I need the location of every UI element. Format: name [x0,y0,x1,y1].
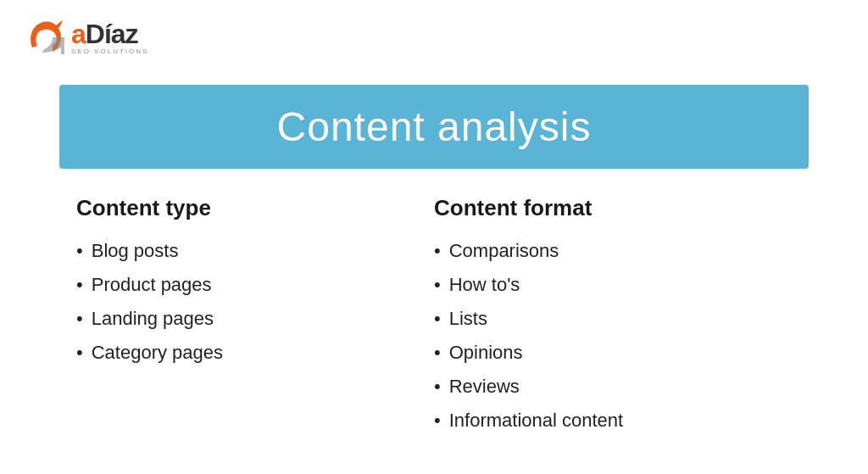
logo-sub: SEO SOLUTIONS [71,48,148,55]
column-header-content-format: Content format [434,195,792,221]
list-item: Product pages [76,274,434,296]
svg-point-0 [39,30,53,45]
bullet-list-content-format: ComparisonsHow to'sListsOpinionsReviewsI… [434,240,792,432]
list-item: Landing pages [76,308,434,330]
list-item: Reviews [434,376,792,398]
logo-icon [24,15,68,59]
list-item: Category pages [76,342,434,364]
list-item: Blog posts [76,240,434,262]
list-item: How to's [434,274,792,296]
list-item: Comparisons [434,240,792,262]
column-content-format: Content formatComparisonsHow to'sListsOp… [434,195,792,443]
logo-text: aDíaz SEO SOLUTIONS [71,20,148,55]
column-content-type: Content typeBlog postsProduct pagesLandi… [76,195,434,443]
bullet-list-content-type: Blog postsProduct pagesLanding pagesCate… [76,240,434,364]
banner-title: Content analysis [59,103,809,150]
list-item: Lists [434,308,792,330]
content-analysis-banner: Content analysis [59,85,809,169]
column-header-content-type: Content type [76,195,434,221]
list-item: Informational content [434,410,792,432]
logo-brand: aDíaz [71,20,148,47]
logo: aDíaz SEO SOLUTIONS [24,15,148,59]
content-columns: Content typeBlog postsProduct pagesLandi… [76,195,792,443]
list-item: Opinions [434,342,792,364]
